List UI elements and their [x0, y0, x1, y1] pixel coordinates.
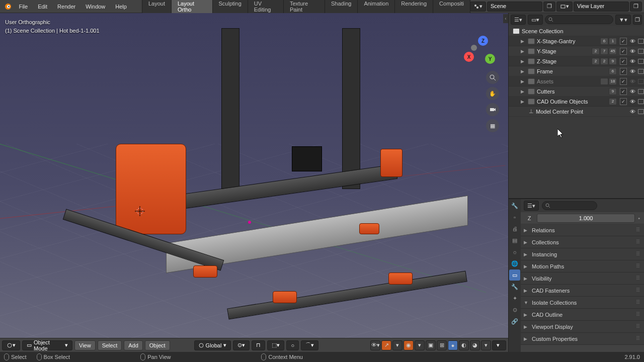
expand-icon[interactable]: ▶: [521, 39, 526, 44]
outliner-filter-button[interactable]: ▼▾: [615, 15, 631, 25]
sidebar-toggle[interactable]: ‹: [503, 14, 508, 23]
eye-icon[interactable]: 👁: [629, 88, 636, 95]
viewlayer-browse-button[interactable]: ▾: [556, 2, 573, 12]
xray-toggle[interactable]: ▣: [426, 340, 436, 350]
eye-icon[interactable]: 👁: [629, 78, 636, 84]
exclude-checkbox[interactable]: ✓: [620, 78, 627, 85]
eye-icon[interactable]: 👁: [629, 109, 636, 115]
expand-icon[interactable]: ▶: [521, 69, 526, 74]
render-icon[interactable]: [638, 99, 644, 104]
overlay-select[interactable]: ▾: [415, 340, 425, 350]
outliner-editor-type[interactable]: ☰▾: [511, 15, 526, 25]
panel-collections[interactable]: ▶Collections⠿: [521, 236, 644, 248]
eye-icon[interactable]: 👁: [629, 48, 636, 54]
expand-icon[interactable]: ▶: [521, 79, 526, 84]
gizmo-axis-z[interactable]: Z: [478, 36, 488, 46]
panel-instancing[interactable]: ▶Instancing⠿: [521, 248, 644, 260]
add-menu[interactable]: Add: [124, 340, 143, 350]
menu-file[interactable]: File: [14, 2, 33, 12]
tab-output[interactable]: 🖨: [509, 223, 520, 234]
tab-viewlayer[interactable]: ▤: [509, 235, 520, 246]
shading-wireframe[interactable]: ⊞: [437, 340, 447, 350]
gizmo-select[interactable]: ▾: [392, 340, 403, 350]
tab-world[interactable]: 🌐: [509, 258, 520, 269]
proportional-toggle[interactable]: ○: [286, 340, 299, 350]
overlay-toggle[interactable]: ◉: [404, 340, 414, 350]
expand-icon[interactable]: ▶: [521, 59, 526, 64]
menu-help[interactable]: Help: [110, 2, 132, 12]
exclude-checkbox[interactable]: ✓: [620, 38, 627, 45]
tree-item-model-center[interactable]: ⊥ Model Center Point 👁: [509, 107, 644, 117]
menu-window[interactable]: Window: [80, 2, 110, 12]
editor-type-button[interactable]: ▾: [2, 340, 20, 350]
render-icon[interactable]: [638, 59, 644, 64]
render-icon[interactable]: [638, 89, 644, 94]
shading-preview[interactable]: ◐: [459, 340, 469, 350]
outliner-display-mode[interactable]: ▭▾: [528, 15, 543, 25]
panel-relations[interactable]: ▶Relations⠿: [521, 224, 644, 236]
tree-item-z-stage[interactable]: ▶ Z-Stage 229 ✓ 👁: [509, 56, 644, 66]
object-menu[interactable]: Object: [145, 340, 170, 350]
exclude-checkbox[interactable]: ✓: [620, 88, 627, 95]
tree-item-frame[interactable]: ▶ Frame 6 ✓ 👁: [509, 66, 644, 76]
new-scene-button[interactable]: ❐: [543, 2, 555, 12]
expand-icon[interactable]: ▶: [521, 89, 526, 94]
shading-solid[interactable]: ●: [448, 340, 458, 350]
mode-select[interactable]: ▭Object Mode▾: [22, 340, 72, 350]
tab-particles[interactable]: ✦: [509, 293, 520, 304]
shading-rendered[interactable]: ◕: [470, 340, 480, 350]
gizmo-axis-y[interactable]: Y: [485, 54, 495, 64]
expand-icon[interactable]: ▶: [521, 49, 526, 54]
new-collection-button[interactable]: ❐: [633, 15, 642, 25]
outliner-search-input[interactable]: [545, 15, 613, 24]
snap-select[interactable]: ⬚▾: [267, 340, 284, 350]
panel-visibility[interactable]: ▶Visibility⠿: [521, 273, 644, 285]
render-icon[interactable]: [638, 79, 644, 84]
outliner-tree[interactable]: Scene Collection ▶ X-Stage-Gantry 61 ✓ 👁…: [509, 26, 644, 198]
tab-physics[interactable]: ⊙: [509, 304, 520, 315]
tab-object[interactable]: ▭: [509, 269, 520, 281]
menu-render[interactable]: Render: [52, 2, 80, 12]
tab-scene[interactable]: ☼: [509, 246, 520, 257]
panel-motion-paths[interactable]: ▶Motion Paths⠿: [521, 260, 644, 273]
shading-options[interactable]: ▾: [492, 340, 506, 350]
view-menu[interactable]: View: [74, 340, 96, 350]
eye-icon[interactable]: 👁: [629, 68, 636, 74]
exclude-checkbox[interactable]: ✓: [620, 98, 627, 105]
eye-icon[interactable]: 👁: [629, 38, 636, 44]
panel-isolate-collections[interactable]: ▼Isolate Collections⠿: [521, 297, 644, 309]
tree-item-assets[interactable]: ▶ Assets 18 ✓ 👁: [509, 76, 644, 86]
eye-icon[interactable]: 👁: [629, 58, 636, 64]
perspective-toggle-button[interactable]: ▦: [486, 119, 499, 132]
pan-button[interactable]: ✋: [486, 87, 499, 100]
gizmo-axis-neg[interactable]: [471, 45, 477, 51]
exclude-checkbox[interactable]: ✓: [620, 68, 627, 75]
tree-item-cutters[interactable]: ▶ Cutters 9 ✓ 👁: [509, 86, 644, 97]
viewlayer-name-input[interactable]: View Layer: [574, 2, 629, 12]
properties-editor-type[interactable]: ☰▾: [524, 201, 539, 211]
menu-edit[interactable]: Edit: [33, 2, 52, 12]
tree-item-x-stage[interactable]: ▶ X-Stage-Gantry 61 ✓ 👁: [509, 36, 644, 46]
tree-item-y-stage[interactable]: ▶ Y-Stage 2745 ✓ 👁: [509, 46, 644, 56]
render-icon[interactable]: [638, 39, 644, 44]
keyframe-dot[interactable]: •: [638, 215, 640, 221]
panel-viewport-display[interactable]: ▶Viewport Display⠿: [521, 321, 644, 333]
navigation-gizmo[interactable]: Z X Y: [464, 36, 494, 66]
panel-custom-properties[interactable]: ▶Custom Properties⠿: [521, 333, 644, 345]
expand-icon[interactable]: ▶: [521, 99, 526, 104]
proportional-select[interactable]: ⌒▾: [301, 340, 318, 350]
snap-toggle[interactable]: ⊓: [252, 340, 265, 350]
scale-z-input[interactable]: 1.000: [537, 214, 635, 223]
tab-tool[interactable]: 🔧: [509, 200, 520, 211]
render-icon[interactable]: [638, 69, 644, 74]
shading-select[interactable]: ▾: [481, 340, 491, 350]
gizmo-toggle[interactable]: ↗: [381, 340, 391, 350]
properties-search[interactable]: [542, 201, 597, 210]
render-icon[interactable]: [638, 49, 644, 54]
exclude-checkbox[interactable]: ✓: [620, 58, 627, 65]
tab-render[interactable]: ▫: [509, 212, 520, 223]
orientation-select[interactable]: Global▾: [194, 340, 231, 350]
panel-cad-fasteners[interactable]: ▶CAD Fasteners⠿: [521, 285, 644, 297]
camera-view-button[interactable]: [486, 103, 499, 116]
tree-item-cad-outline[interactable]: ▶ CAD Outline Objects 2 ✓ 👁: [509, 97, 644, 107]
